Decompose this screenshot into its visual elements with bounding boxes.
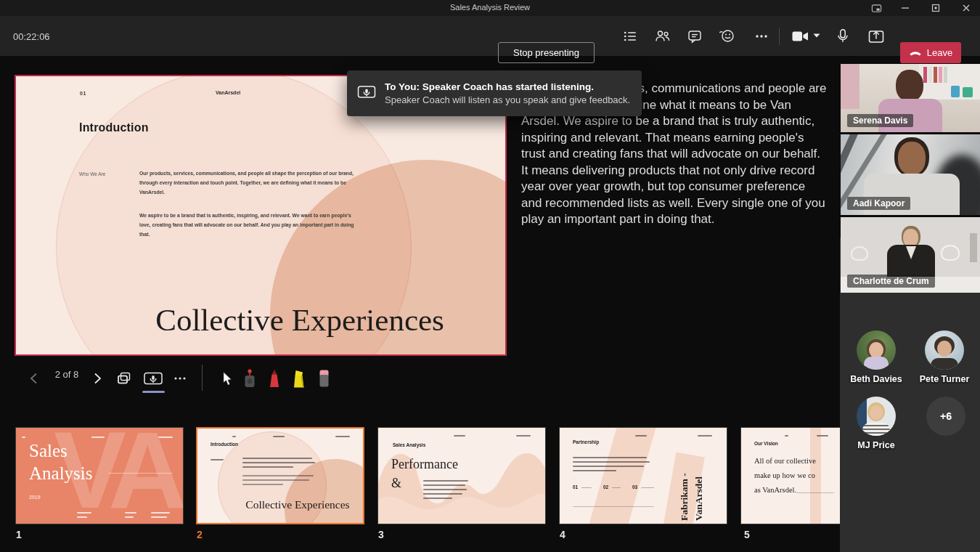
chat-icon[interactable] [685, 27, 704, 46]
reactions-icon[interactable] [717, 27, 736, 46]
thumbnail-heading: Our Vision [754, 441, 778, 446]
avatar-pete[interactable] [925, 330, 964, 370]
avatar-name: Pete Turner [905, 374, 980, 384]
pointer-tool[interactable] [219, 371, 235, 386]
thumbnail-text-line: make up how we co [754, 471, 815, 479]
overflow-participants-badge[interactable]: +6 [926, 397, 965, 436]
speaker-coach-icon [357, 84, 376, 104]
slide-title: Collective Experiences [138, 302, 462, 338]
thumbnail-number: 2 [197, 529, 203, 540]
speaker-coach-toggle-icon[interactable] [141, 370, 166, 387]
toast-subtitle: Speaker Coach will listen as you speak a… [385, 94, 630, 105]
meeting-timer: 00:22:06 [13, 31, 50, 42]
leave-label: Leave [927, 47, 952, 58]
thumbnail-heading: Introduction [211, 442, 238, 447]
slide-page-number: 01 [80, 91, 86, 96]
share-screen-icon[interactable] [867, 27, 886, 46]
thumbnail-title-amp: & [391, 476, 401, 491]
slide-body-paragraph: Our products, services, communications, … [139, 169, 357, 197]
video-background [841, 64, 859, 109]
laser-pointer-tool[interactable] [241, 369, 258, 388]
thumbnail-text-line: as VanArsdel. [754, 486, 796, 494]
avatar-name: MJ Price [836, 440, 916, 450]
thumbnail-text-line: All of our collective [754, 457, 816, 465]
maximize-button[interactable] [925, 0, 947, 16]
video-background [919, 64, 980, 102]
thumbnail-vertical-title: Fabrikam - VanArsdel [677, 434, 706, 521]
nav-divider [202, 365, 203, 391]
eraser-tool[interactable] [315, 369, 332, 388]
slide-brand-logo: VanArsdel [216, 90, 240, 95]
thumbnail-step: 01 [573, 484, 578, 490]
previous-slide-icon[interactable] [26, 373, 41, 384]
avatar-mj[interactable] [857, 397, 896, 436]
slide-thumbnail-4[interactable]: Partnership 01 02 03 Fabrikam - VanArsde… [559, 427, 727, 524]
stop-presenting-button[interactable]: Stop presenting [498, 42, 595, 63]
grid-view-icon[interactable] [115, 370, 134, 386]
video-background [970, 233, 977, 262]
meeting-notes-icon[interactable] [621, 27, 640, 46]
camera-dropdown-icon[interactable] [812, 27, 822, 46]
slide-body-paragraph: We aspire to be a brand that is authenti… [139, 211, 357, 239]
thumbnail-number: 4 [560, 529, 565, 540]
participant-name-label: Charlotte de Crum [847, 275, 935, 288]
window-title: Sales Analysis Review [0, 3, 980, 12]
video-tile-charlotte[interactable]: Charlotte de Crum [841, 217, 980, 293]
mic-icon[interactable] [833, 27, 852, 46]
video-background-chair [851, 246, 868, 261]
close-button[interactable] [955, 0, 977, 16]
slide-thumbnail-1[interactable]: VA SalesAnalysis 2019 [15, 427, 184, 524]
slide-kicker: Who We Are [79, 171, 105, 176]
thumbnail-number: 3 [378, 529, 384, 540]
thumbnail-title: Performance [391, 457, 458, 472]
pop-out-icon[interactable] [865, 0, 887, 16]
video-background-chair [941, 245, 960, 261]
video-tile-aadi[interactable]: Aadi Kapoor [841, 134, 980, 215]
participant-face [896, 70, 923, 102]
slide-thumbnail-3[interactable]: Sales Analysis Performance & [377, 427, 546, 524]
title-bar: Sales Analysis Review [0, 0, 980, 16]
leave-button[interactable]: Leave [900, 42, 961, 63]
participants-icon[interactable] [653, 27, 671, 46]
teams-meeting-window: Sales Analysis Review 00:22:06 Stop pres… [0, 0, 980, 552]
toolbar-divider [779, 28, 780, 45]
participant-name-label: Aadi Kapoor [847, 197, 910, 210]
more-options-icon[interactable] [752, 27, 771, 46]
camera-icon[interactable] [788, 27, 813, 46]
thumbnail-number: 5 [744, 529, 750, 540]
pen-tool[interactable] [266, 369, 283, 388]
thumbnail-step: 02 [603, 484, 608, 490]
thumbnail-step: 03 [632, 484, 637, 490]
hang-up-icon [909, 49, 922, 56]
presentation-stage: 01 VanArsdel Introduction Who We Are Our… [0, 57, 980, 552]
thumbnail-year: 2019 [29, 495, 41, 500]
slide-heading: Introduction [79, 121, 149, 134]
avatar-beth[interactable] [857, 330, 896, 370]
slide-more-options-icon[interactable] [171, 372, 189, 385]
slide-thumbnail-2[interactable]: Introduction Collective Experiences [196, 427, 364, 524]
slide-position-indicator: 2 of 8 [45, 369, 89, 380]
current-slide[interactable]: 01 VanArsdel Introduction Who We Are Our… [15, 75, 507, 356]
minimize-button[interactable] [894, 0, 916, 16]
next-slide-icon[interactable] [90, 373, 105, 384]
participant-name-label: Serena Davis [847, 114, 913, 127]
video-tile-serena[interactable]: Serena Davis [841, 64, 980, 132]
thumbnail-title: Collective Experiences [235, 498, 360, 511]
thumbnail-heading: Partnership [573, 439, 599, 445]
toast-title: To You: Speaker Coach has started listen… [385, 81, 630, 92]
meeting-toolbar: 00:22:06 Stop presenting [0, 16, 980, 57]
participant-face [898, 142, 926, 175]
thumbnail-heading: Sales Analysis [393, 442, 425, 447]
thumbnail-number: 1 [16, 529, 22, 540]
thumbnail-title: SalesAnalysis [29, 439, 93, 484]
highlighter-tool[interactable] [290, 369, 308, 388]
slide-navigation: 2 of 8 [0, 362, 508, 395]
speaker-coach-active-indicator [142, 391, 165, 393]
speaker-coach-toast[interactable]: To You: Speaker Coach has started listen… [347, 70, 642, 116]
